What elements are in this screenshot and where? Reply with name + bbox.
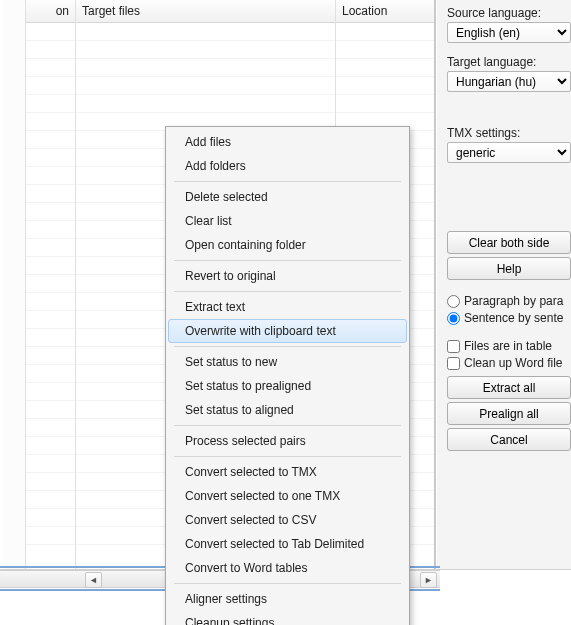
menu-cleanup-settings[interactable]: Cleanup settings bbox=[168, 611, 407, 625]
extract-all-button[interactable]: Extract all bbox=[447, 376, 571, 399]
menu-convert-one-tmx[interactable]: Convert selected to one TMX bbox=[168, 484, 407, 508]
options-panel: Source language: English (en) Target lan… bbox=[436, 0, 571, 569]
menu-status-prealigned[interactable]: Set status to prealigned bbox=[168, 374, 407, 398]
menu-convert-word[interactable]: Convert to Word tables bbox=[168, 556, 407, 580]
cleanup-word-label: Clean up Word file bbox=[464, 356, 563, 370]
location-header: Location bbox=[336, 0, 434, 23]
help-button[interactable]: Help bbox=[447, 257, 571, 280]
files-in-table-label: Files are in table bbox=[464, 339, 552, 353]
segmentation-paragraph-radio[interactable]: Paragraph by para bbox=[447, 294, 571, 308]
menu-separator bbox=[174, 346, 401, 347]
clear-both-sides-button[interactable]: Clear both side bbox=[447, 231, 571, 254]
source-rows bbox=[26, 23, 75, 563]
menu-separator bbox=[174, 181, 401, 182]
left-gutter bbox=[0, 0, 26, 569]
table-row[interactable] bbox=[336, 77, 434, 95]
menu-add-folders[interactable]: Add folders bbox=[168, 154, 407, 178]
menu-convert-tab[interactable]: Convert selected to Tab Delimited bbox=[168, 532, 407, 556]
menu-overwrite-clipboard[interactable]: Overwrite with clipboard text bbox=[168, 319, 407, 343]
menu-aligner-settings[interactable]: Aligner settings bbox=[168, 587, 407, 611]
scroll-right-icon[interactable]: ► bbox=[420, 572, 437, 588]
menu-separator bbox=[174, 583, 401, 584]
menu-status-aligned[interactable]: Set status to aligned bbox=[168, 398, 407, 422]
source-column: on bbox=[26, 0, 76, 569]
menu-extract-text[interactable]: Extract text bbox=[168, 295, 407, 319]
menu-delete-selected[interactable]: Delete selected bbox=[168, 185, 407, 209]
table-row[interactable] bbox=[76, 41, 335, 59]
table-row[interactable] bbox=[336, 59, 434, 77]
table-row[interactable] bbox=[336, 95, 434, 113]
menu-separator bbox=[174, 291, 401, 292]
menu-revert[interactable]: Revert to original bbox=[168, 264, 407, 288]
tmx-settings-label: TMX settings: bbox=[447, 126, 571, 140]
menu-process-pairs[interactable]: Process selected pairs bbox=[168, 429, 407, 453]
table-row[interactable] bbox=[76, 95, 335, 113]
menu-separator bbox=[174, 456, 401, 457]
scroll-left-icon[interactable]: ◄ bbox=[85, 572, 102, 588]
menu-add-files[interactable]: Add files bbox=[168, 130, 407, 154]
table-row[interactable] bbox=[76, 23, 335, 41]
menu-convert-csv[interactable]: Convert selected to CSV bbox=[168, 508, 407, 532]
target-files-header: Target files bbox=[76, 0, 335, 23]
cancel-button[interactable]: Cancel bbox=[447, 428, 571, 451]
source-language-select[interactable]: English (en) bbox=[447, 22, 571, 43]
context-menu[interactable]: Add files Add folders Delete selected Cl… bbox=[165, 126, 410, 625]
target-language-select[interactable]: Hungarian (hu) bbox=[447, 71, 571, 92]
source-column-header: on bbox=[26, 0, 75, 23]
files-in-table-checkbox[interactable]: Files are in table bbox=[447, 339, 571, 353]
table-row[interactable] bbox=[336, 23, 434, 41]
target-language-label: Target language: bbox=[447, 55, 571, 69]
segmentation-sentence-radio[interactable]: Sentence by sente bbox=[447, 311, 571, 325]
menu-convert-tmx[interactable]: Convert selected to TMX bbox=[168, 460, 407, 484]
menu-status-new[interactable]: Set status to new bbox=[168, 350, 407, 374]
menu-separator bbox=[174, 425, 401, 426]
table-row[interactable] bbox=[76, 77, 335, 95]
segmentation-paragraph-label: Paragraph by para bbox=[464, 294, 563, 308]
segmentation-sentence-label: Sentence by sente bbox=[464, 311, 563, 325]
prealign-all-button[interactable]: Prealign all bbox=[447, 402, 571, 425]
source-language-label: Source language: bbox=[447, 6, 571, 20]
tmx-settings-select[interactable]: generic bbox=[447, 142, 571, 163]
cleanup-word-checkbox[interactable]: Clean up Word file bbox=[447, 356, 571, 370]
table-row[interactable] bbox=[76, 59, 335, 77]
menu-separator bbox=[174, 260, 401, 261]
menu-open-containing[interactable]: Open containing folder bbox=[168, 233, 407, 257]
table-row[interactable] bbox=[336, 41, 434, 59]
menu-clear-list[interactable]: Clear list bbox=[168, 209, 407, 233]
